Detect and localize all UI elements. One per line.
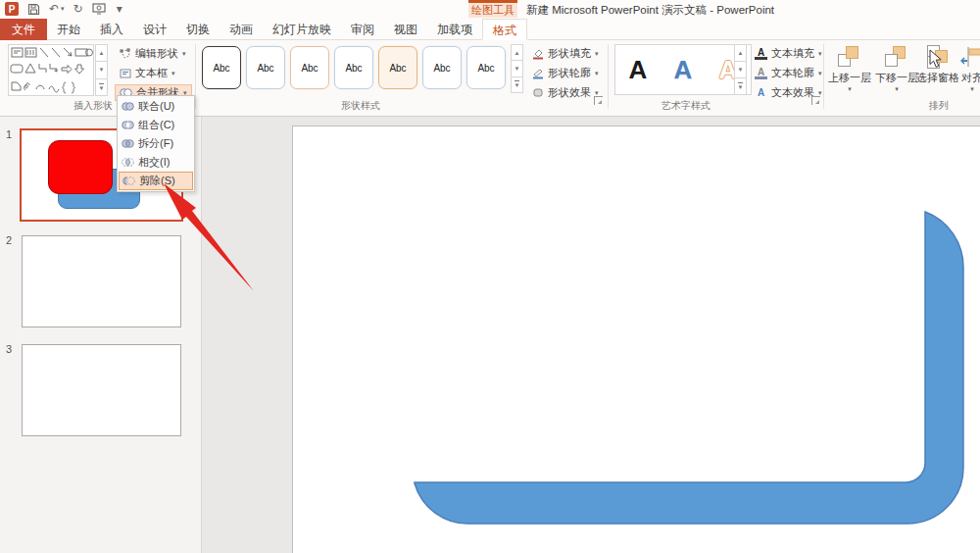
wordart-scroll: ▲ ▼ ▼ — [734, 44, 747, 95]
shape-style-tile[interactable]: Abc — [466, 46, 506, 89]
fragment-icon — [122, 137, 134, 150]
chevron-down-icon: ▾ — [595, 50, 599, 58]
text-box-icon — [119, 67, 131, 79]
scroll-up-icon[interactable]: ▲ — [511, 44, 523, 61]
ribbon-tab-row: 文件 开始 插入 设计 切换 动画 幻灯片放映 审阅 视图 加载项 格式 — [0, 19, 980, 40]
gallery-more-icon[interactable]: ▼ — [734, 77, 747, 95]
shape-style-tile[interactable]: Abc — [246, 46, 285, 89]
chevron-down-icon: ▾ — [826, 85, 873, 93]
slide-number: 2 — [6, 234, 12, 246]
wordart-tile[interactable]: A — [674, 57, 693, 82]
shape-style-scroll: ▲ ▼ ▼ — [511, 44, 523, 93]
shape-style-tile[interactable]: Abc — [202, 46, 241, 89]
shape-fill-icon — [531, 47, 544, 60]
insert-shape-gallery[interactable] — [8, 44, 94, 96]
subtract-icon — [122, 175, 135, 187]
bring-forward-icon — [826, 43, 873, 71]
dialog-launcher-icon[interactable] — [811, 96, 820, 105]
undo-icon[interactable]: ↶▾ — [49, 2, 65, 16]
slide-canvas[interactable] — [292, 126, 980, 553]
gallery-more-icon[interactable]: ▼ — [95, 78, 108, 96]
text-fill-icon: A — [755, 47, 767, 60]
slide-thumbnail-3[interactable] — [22, 344, 181, 436]
blue-subtract-shape[interactable] — [401, 205, 980, 553]
shape-style-tile[interactable]: Abc — [334, 46, 373, 89]
shape-style-tile[interactable]: Abc — [378, 46, 417, 89]
text-fill-button[interactable]: A 文本填充 ▾ — [751, 45, 826, 62]
tab-home[interactable]: 开始 — [47, 19, 90, 40]
wordart-gallery: A A A — [614, 44, 752, 95]
menu-item-intersect[interactable]: 相交(I) — [119, 153, 193, 172]
powerpoint-logo: P — [5, 2, 19, 16]
tab-transitions[interactable]: 切换 — [176, 19, 220, 40]
chevron-down-icon: ▾ — [818, 50, 822, 58]
text-outline-button[interactable]: A 文本轮廓 ▾ — [751, 65, 826, 81]
align-button[interactable]: 对齐 ▾ — [951, 43, 980, 93]
chevron-down-icon: ▾ — [818, 70, 822, 77]
redo-icon[interactable]: ↻ — [74, 2, 83, 16]
tab-slideshow[interactable]: 幻灯片放映 — [263, 19, 341, 40]
menu-item-fragment[interactable]: 拆分(F) — [119, 134, 193, 153]
text-effects-icon: A — [755, 86, 767, 99]
scroll-down-icon[interactable]: ▼ — [95, 61, 108, 78]
scroll-up-icon[interactable]: ▲ — [734, 44, 747, 62]
tab-design[interactable]: 设计 — [133, 19, 176, 40]
wordart-tile[interactable]: A — [629, 57, 648, 82]
chevron-down-icon: ▾ — [951, 85, 980, 93]
bring-forward-button[interactable]: 上移一层 ▾ — [826, 43, 873, 93]
shape-style-tile[interactable]: Abc — [290, 46, 329, 89]
menu-item-union[interactable]: 联合(U) — [119, 97, 193, 116]
dialog-launcher-icon[interactable] — [594, 96, 603, 105]
tab-insert[interactable]: 插入 — [90, 19, 133, 40]
align-icon — [951, 43, 980, 71]
drawing-tools-context-tab: 绘图工具 — [468, 0, 517, 18]
tab-file[interactable]: 文件 — [0, 19, 47, 40]
powerpoint-window: P ↶▾ ↻ ▾ 绘图工具 新建 Microsoft PowerPoint 演示… — [0, 0, 980, 553]
chevron-down-icon: ▾ — [873, 85, 920, 93]
tab-addins[interactable]: 加载项 — [427, 19, 482, 40]
save-icon[interactable] — [27, 3, 40, 16]
gallery-more-icon[interactable]: ▼ — [511, 76, 523, 93]
slide-number: 1 — [6, 128, 12, 140]
shape-outline-icon — [531, 67, 544, 79]
text-box-button[interactable]: 文本框 ▾ — [115, 65, 192, 81]
chevron-down-icon: ▾ — [595, 70, 599, 77]
shape-effects-button[interactable]: 形状效果 ▾ — [527, 84, 603, 101]
scroll-down-icon[interactable]: ▼ — [734, 61, 747, 78]
shape-gallery-scroll: ▲ ▼ ▼ — [95, 44, 108, 96]
shape-fill-button[interactable]: 形状填充 ▾ — [527, 45, 603, 62]
shape-style-gallery: Abc Abc Abc Abc Abc Abc Abc — [202, 46, 506, 89]
title-bar: P ↶▾ ↻ ▾ 绘图工具 新建 Microsoft PowerPoint 演示… — [0, 0, 980, 19]
combine-icon — [122, 119, 134, 131]
tab-review[interactable]: 审阅 — [341, 19, 384, 40]
tab-view[interactable]: 视图 — [384, 19, 427, 40]
menu-item-combine[interactable]: 组合(C) — [119, 116, 193, 134]
slide-number: 3 — [6, 343, 12, 355]
tab-animations[interactable]: 动画 — [220, 19, 263, 40]
group-label-shape-styles: 形状样式 — [302, 99, 419, 113]
intersect-icon — [122, 156, 134, 169]
present-icon[interactable] — [92, 3, 106, 15]
shape-style-tile[interactable]: Abc — [422, 46, 462, 89]
quick-access-toolbar: P ↶▾ ↻ ▾ — [5, 2, 122, 16]
scroll-up-icon[interactable]: ▲ — [95, 44, 108, 62]
shape-effects-icon — [531, 86, 544, 99]
chevron-down-icon: ▾ — [172, 70, 175, 77]
mouse-cursor — [929, 49, 943, 69]
shape-outline-button[interactable]: 形状轮廓 ▾ — [527, 65, 603, 81]
edit-shape-icon — [119, 47, 131, 60]
group-label-arrange: 排列 — [880, 99, 980, 113]
text-outline-icon: A — [755, 67, 767, 79]
chevron-down-icon: ▾ — [182, 50, 186, 58]
tab-format[interactable]: 格式 — [482, 19, 527, 40]
group-label-wordart: 艺术字样式 — [627, 99, 745, 113]
customize-qat-icon[interactable]: ▾ — [117, 2, 122, 16]
thumbnail-red-shape — [48, 140, 113, 194]
annotation-arrow — [147, 172, 270, 304]
document-title: 新建 Microsoft PowerPoint 演示文稿 - PowerPoin… — [526, 3, 774, 18]
union-icon — [122, 100, 134, 113]
scroll-down-icon[interactable]: ▼ — [511, 60, 523, 76]
edit-shape-button[interactable]: 编辑形状 ▾ — [115, 45, 192, 62]
